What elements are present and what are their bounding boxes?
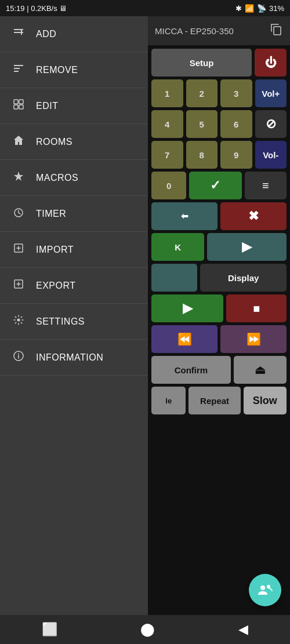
remote-row-rw-ff: ⏪ ⏩: [151, 325, 287, 353]
back-button[interactable]: K: [151, 233, 204, 261]
sidebar: ADD REMOVE EDIT: [0, 16, 148, 615]
sidebar-item-macros[interactable]: MACROS: [0, 160, 148, 196]
btn-5[interactable]: 5: [186, 110, 218, 138]
import-icon: [12, 242, 26, 257]
macros-icon: [12, 170, 26, 185]
svg-rect-0: [14, 29, 23, 30]
check-button[interactable]: ✓: [189, 172, 241, 199]
confirm-button[interactable]: Confirm: [151, 356, 231, 384]
svg-rect-6: [14, 100, 18, 104]
edit-icon: [12, 99, 26, 113]
play-button[interactable]: ▶: [207, 233, 287, 261]
svg-point-13: [17, 319, 20, 322]
remote-panel: MICCA - EP250-350 Setup ⏻ 1 2 3 Vol+: [148, 16, 290, 615]
sidebar-item-settings-label: SETTINGS: [36, 316, 85, 327]
remote-row-check: 0 ✓ ≡: [151, 172, 287, 199]
sidebar-item-export[interactable]: EXPORT: [0, 268, 148, 304]
sidebar-item-import[interactable]: IMPORT: [0, 232, 148, 268]
btn-2[interactable]: 2: [186, 79, 218, 107]
sidebar-item-timer-label: TIMER: [36, 209, 66, 219]
stop-button[interactable]: ■: [226, 294, 287, 322]
svg-rect-9: [19, 105, 23, 109]
vol-minus-button[interactable]: Vol-: [255, 141, 287, 169]
fab-button[interactable]: [249, 574, 281, 606]
time: 15:19: [6, 4, 25, 13]
status-time-speed: 15:19 | 0.2KB/s 🖥: [6, 4, 67, 13]
sidebar-item-rooms[interactable]: ROOMS: [0, 124, 148, 160]
sidebar-item-export-label: EXPORT: [36, 281, 76, 291]
btn-3[interactable]: 3: [220, 79, 252, 107]
remote-row-display: Display: [151, 264, 287, 292]
eject-button[interactable]: ⏏: [234, 356, 287, 384]
bluetooth-icon: ✱: [235, 4, 242, 13]
svg-point-15: [18, 354, 19, 355]
remote-row-setup: Setup ⏻: [151, 49, 287, 77]
add-icon: [12, 27, 26, 41]
btn-8[interactable]: 8: [186, 141, 218, 169]
btn-4[interactable]: 4: [151, 110, 183, 138]
btn-9[interactable]: 9: [220, 141, 252, 169]
screen-icon: 🖥: [59, 4, 67, 13]
mute-button[interactable]: ⊘: [255, 110, 287, 138]
btn-1[interactable]: 1: [151, 79, 183, 107]
sidebar-item-macros-label: MACROS: [36, 173, 78, 183]
sidebar-item-timer[interactable]: TIMER: [0, 196, 148, 232]
play2-button[interactable]: ▶: [151, 294, 223, 322]
nav-back-button[interactable]: ◀: [233, 616, 254, 643]
menu-button[interactable]: ≡: [245, 172, 287, 199]
remote-row-back-play: K ▶: [151, 233, 287, 261]
power-button[interactable]: ⏻: [255, 49, 287, 77]
wifi-icon: 📡: [257, 4, 266, 13]
rooms-icon: [12, 134, 26, 149]
remote-content: Setup ⏻ 1 2 3 Vol+ 4 5 6 ⊘ 7 8 9: [148, 45, 290, 615]
sidebar-item-remove[interactable]: REMOVE: [0, 52, 148, 88]
svg-rect-16: [274, 27, 281, 35]
remote-row-nav: ⬅ ✖: [151, 202, 287, 230]
sidebar-item-rooms-label: ROOMS: [36, 137, 72, 147]
remote-row-play-stop: ▶ ■: [151, 294, 287, 322]
remote-title: MICCA - EP250-350: [155, 26, 234, 36]
timer-icon: [12, 206, 26, 221]
remote-row-789: 7 8 9 Vol-: [151, 141, 287, 169]
vol-plus-button[interactable]: Vol+: [255, 79, 287, 107]
svg-point-18: [267, 585, 270, 588]
display-button[interactable]: Display: [200, 264, 287, 292]
svg-point-17: [260, 585, 265, 590]
svg-rect-3: [14, 65, 23, 66]
remote-header: MICCA - EP250-350: [148, 16, 290, 45]
export-icon: [12, 278, 26, 293]
slow-button[interactable]: Slow: [244, 387, 287, 414]
sidebar-item-edit[interactable]: EDIT: [0, 88, 148, 124]
btn-0[interactable]: 0: [151, 172, 186, 199]
nav-home-button[interactable]: ⬤: [135, 616, 161, 643]
repeat-button[interactable]: Repeat: [188, 387, 240, 414]
setup-button[interactable]: Setup: [151, 49, 252, 77]
fast-forward-button[interactable]: ⏩: [220, 325, 287, 353]
toggle-button[interactable]: le: [151, 387, 186, 414]
svg-rect-5: [14, 71, 19, 72]
status-bar: 15:19 | 0.2KB/s 🖥 ✱ 📶 📡 31%: [0, 0, 290, 16]
svg-rect-7: [19, 100, 23, 104]
remote-row-123: 1 2 3 Vol+: [151, 79, 287, 107]
copy-icon[interactable]: [269, 22, 283, 39]
svg-rect-8: [14, 105, 18, 109]
back-nav-button[interactable]: ⬅: [151, 202, 217, 230]
sidebar-item-information-label: INFORMATION: [36, 352, 103, 363]
status-icons: ✱ 📶 📡 31%: [235, 4, 284, 13]
battery-level: 31%: [269, 4, 284, 13]
sidebar-item-add[interactable]: ADD: [0, 16, 148, 52]
sidebar-item-settings[interactable]: SETTINGS: [0, 304, 148, 340]
signal-icon: 📶: [245, 4, 254, 13]
nav-square-button[interactable]: ⬜: [36, 616, 63, 643]
remote-row-456: 4 5 6 ⊘: [151, 110, 287, 138]
sidebar-item-information[interactable]: INFORMATION: [0, 340, 148, 376]
btn-6[interactable]: 6: [220, 110, 252, 138]
sidebar-item-add-label: ADD: [36, 29, 56, 39]
close-button[interactable]: ✖: [220, 202, 287, 230]
btn-7[interactable]: 7: [151, 141, 183, 169]
sidebar-item-edit-label: EDIT: [36, 101, 58, 111]
data-speed: 0.2KB/s: [31, 4, 57, 13]
rewind-button[interactable]: ⏪: [151, 325, 217, 353]
remove-icon: [12, 63, 26, 77]
extra-button[interactable]: [151, 264, 197, 292]
